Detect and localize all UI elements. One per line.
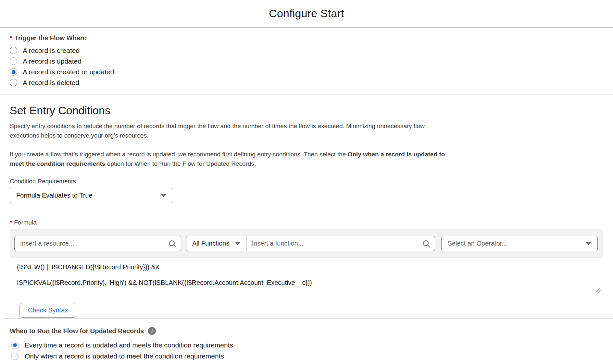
radio-option-every-time[interactable]: Every time a record is updated and meets… <box>11 340 603 351</box>
dialog-header: Configure Start <box>0 0 613 28</box>
radio-option-record-created-or-updated[interactable]: A record is created or updated <box>10 67 603 77</box>
operator-placeholder: Select an Operator... <box>448 240 507 247</box>
radio-button[interactable] <box>10 57 17 65</box>
formula-line: (ISNEW() || ISCHANGED({!$Record.Priority… <box>17 259 596 275</box>
radio-option-label: A record is created or updated <box>23 68 114 76</box>
radio-option-record-created[interactable]: A record is created <box>10 45 603 56</box>
radio-option-label: Only when a record is updated to meet th… <box>25 352 224 360</box>
check-syntax-button[interactable]: Check Syntax <box>19 303 76 318</box>
formula-textarea[interactable]: (ISNEW() || ISCHANGED({!$Record.Priority… <box>10 258 603 295</box>
trigger-section: *Trigger the Flow When: A record is crea… <box>0 28 613 95</box>
function-search-input[interactable] <box>246 236 435 251</box>
radio-option-label: A record is updated <box>23 57 81 65</box>
formula-builder: All Functions Select an Operator... (ISN… <box>10 229 603 295</box>
page-title: Configure Start <box>269 7 344 20</box>
required-asterisk: * <box>10 34 12 42</box>
function-picker-group: All Functions <box>186 236 435 251</box>
formula-label: *Formula <box>10 219 603 226</box>
formula-toolbar: All Functions Select an Operator... <box>10 229 603 258</box>
resource-search <box>14 236 181 251</box>
radio-button[interactable] <box>10 68 17 76</box>
radio-dot <box>12 59 16 63</box>
condition-requirements-label: Condition Requirements <box>10 178 603 185</box>
radio-button[interactable] <box>10 79 17 86</box>
formula-line: ISPICKVAL({!$Record.Priority}, 'High') &… <box>17 275 596 290</box>
radio-dot <box>13 354 17 358</box>
chevron-down-icon <box>161 194 167 197</box>
functions-filter-value: All Functions <box>192 240 230 247</box>
entry-conditions-section: Set Entry Conditions Specify entry condi… <box>0 104 613 318</box>
radio-dot <box>12 81 16 85</box>
search-icon <box>169 240 177 248</box>
radio-option-only-when[interactable]: Only when a record is updated to meet th… <box>11 351 603 362</box>
condition-requirements-value: Formula Evaluates to True <box>16 192 93 199</box>
recommendation-text-after: option for When to Run the Flow for Upda… <box>106 160 256 167</box>
run-flow-section: When to Run the Flow for Updated Records… <box>0 319 613 362</box>
trigger-label-text: Trigger the Flow When: <box>15 34 86 42</box>
entry-conditions-description: Specify entry conditions to reduce the n… <box>10 121 449 140</box>
entry-conditions-recommendation: If you create a flow that’s triggered wh… <box>10 150 449 168</box>
radio-option-record-deleted[interactable]: A record is deleted <box>10 77 603 88</box>
condition-requirements-select[interactable]: Formula Evaluates to True <box>10 188 173 203</box>
operator-select[interactable]: Select an Operator... <box>441 236 598 251</box>
formula-label-text: Formula <box>14 219 37 226</box>
radio-option-label: Every time a record is updated and meets… <box>25 341 233 349</box>
radio-button[interactable] <box>11 342 19 349</box>
radio-option-label: A record is deleted <box>23 79 79 87</box>
radio-dot <box>12 49 16 53</box>
functions-filter-button[interactable]: All Functions <box>186 236 246 251</box>
resource-search-input[interactable] <box>15 236 181 251</box>
radio-button[interactable] <box>10 47 17 54</box>
chevron-down-icon <box>235 242 241 245</box>
chevron-down-icon <box>585 242 591 245</box>
info-icon[interactable]: i <box>148 327 156 335</box>
radio-button[interactable] <box>11 353 19 360</box>
resize-handle[interactable] <box>594 286 601 294</box>
radio-option-record-updated[interactable]: A record is updated <box>10 56 603 67</box>
run-flow-label: When to Run the Flow for Updated Records <box>10 327 144 335</box>
search-icon <box>422 240 431 248</box>
function-search <box>246 236 435 251</box>
entry-conditions-heading: Set Entry Conditions <box>10 104 603 117</box>
recommendation-text-before: If you create a flow that’s triggered wh… <box>10 151 348 158</box>
radio-dot <box>12 70 16 74</box>
radio-dot <box>13 343 17 347</box>
required-asterisk: * <box>10 220 12 225</box>
radio-option-label: A record is created <box>23 47 80 55</box>
trigger-label: *Trigger the Flow When: <box>10 34 603 42</box>
